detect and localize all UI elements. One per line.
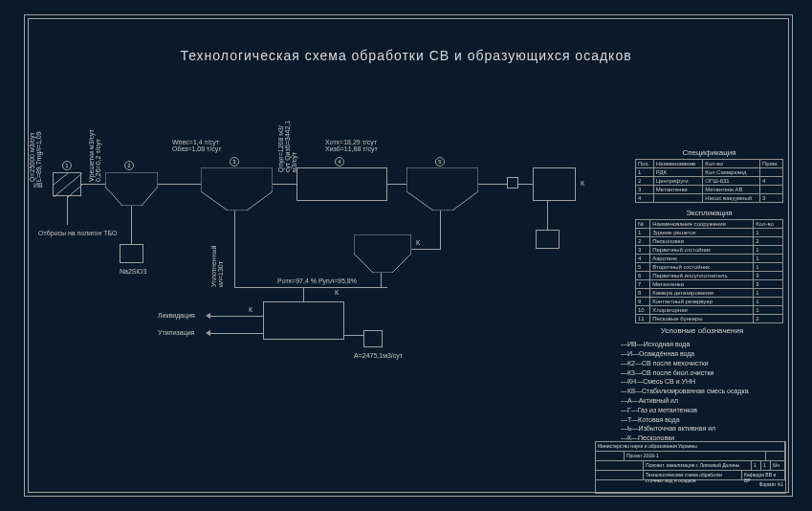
expl-table: № Наименование сооружения Кол-во 1Здание… xyxy=(635,219,783,323)
legend-item: —К3—СВ после биол.очистки xyxy=(621,368,783,378)
flow-q3: Wпес=1,4 т/сут Обез=1,08 т/сут xyxy=(172,139,239,152)
block-4-aerotank xyxy=(296,167,387,201)
svg-marker-4 xyxy=(201,167,273,211)
table-row: 4Насос вакуумный3 xyxy=(636,194,783,203)
table-row: Поз. Наименование Кол-во Прим. xyxy=(636,160,783,168)
flow-arrow xyxy=(440,249,441,250)
flow-q1: Q=25000 м3/сут L=89,7mg/l=1,09 xyxy=(29,124,42,182)
node-num-3: 3 xyxy=(230,157,239,167)
tb-proj: Проект 2016-1 xyxy=(625,452,766,460)
block-5-secondary-settler xyxy=(406,167,478,211)
tb-dept: Кафедра ВВ и ВР xyxy=(742,471,785,479)
legend-block: Условные обозначения —ИВ—Исходная вода —… xyxy=(621,325,783,443)
expl-title: Экспликация xyxy=(635,209,783,217)
tb-name1: Пояснит. канализация г. Липковой Долины xyxy=(644,461,752,470)
outlet-label: К xyxy=(581,180,584,187)
table-row: 4Аэротенк1 xyxy=(636,255,783,263)
legend-title: Условные обозначения xyxy=(621,325,783,336)
svg-line-2 xyxy=(68,185,82,197)
block-degas xyxy=(363,330,383,347)
legend-item: —И—Осаждённая вода xyxy=(621,349,783,359)
flow-q4: Qпул=1208 м3/сут Qизб=3442,1 м3/сут xyxy=(277,120,297,172)
flow-arrow xyxy=(344,335,363,336)
k-label: К xyxy=(335,289,339,296)
svg-marker-3 xyxy=(105,172,158,206)
legend-item: —Ь—Избыточная активная ил xyxy=(621,424,783,433)
block-final xyxy=(533,167,576,201)
table-row: 9Контактный резервуар1 xyxy=(636,298,783,306)
arrowhead-icon xyxy=(206,313,210,319)
flow-arrow xyxy=(67,196,68,225)
table-row: 7Метантенки3 xyxy=(636,280,783,289)
block-contact xyxy=(507,177,518,189)
flow-arrow xyxy=(387,184,406,185)
block-chlorinator xyxy=(536,230,560,249)
flow-arrow xyxy=(381,273,382,287)
flow-arrow xyxy=(411,249,440,250)
tb-org: Министерство науки и образования Украины xyxy=(596,442,785,451)
flow-arrow xyxy=(81,184,105,185)
svg-line-0 xyxy=(54,173,82,197)
table-row: 2ЦентрифугиОГШ-6314 xyxy=(636,177,783,186)
table-row: 8Камера дегазирования1 xyxy=(636,289,783,298)
table-row: 1РДККол.Самарканд xyxy=(636,168,783,177)
node-num-2: 2 xyxy=(124,161,134,170)
flow-arrow xyxy=(234,211,235,287)
block-sand-bunker xyxy=(120,244,143,263)
label-upl: Уплотненный ил=130т xyxy=(210,220,224,287)
table-row: 1Здание решеток1 xyxy=(636,229,783,237)
flow-q2: Vрешетки м3/сут 0,26=0,2 т/сут xyxy=(88,124,101,182)
table-row: 11Песковые бункеры2 xyxy=(636,315,783,323)
hatch-icon xyxy=(54,173,82,197)
label-waste: Отбросы на полигон ТБО xyxy=(38,230,124,236)
legend-item: —КН—Смесь СВ и УНН xyxy=(621,377,783,387)
table-row: 3Первичный отстойник1 xyxy=(636,246,783,255)
block-1-grating xyxy=(53,172,81,196)
flow-arrow xyxy=(234,287,387,288)
flow-arrow xyxy=(158,184,201,185)
node-num-5: 5 xyxy=(435,157,445,167)
svg-marker-6 xyxy=(354,234,411,273)
label-utilization: Утилизация xyxy=(158,329,194,336)
table-row: 2Песколовки2 xyxy=(636,237,783,246)
legend-item: —ИВ—Исходная вода xyxy=(621,340,783,349)
flow-arrow xyxy=(131,206,132,244)
flow-arrow xyxy=(210,333,263,334)
legend-item: —Т—Котовая вода xyxy=(621,415,783,425)
inlet-label: ИВ xyxy=(33,182,43,189)
arrowhead-icon xyxy=(206,330,210,336)
block-3-primary-settler xyxy=(201,167,273,211)
page-title: Технологическая схема обработки СВ и обр… xyxy=(0,48,812,63)
title-block: Министерство науки и образования Украины… xyxy=(595,441,786,494)
legend-item: —К8—Стабилизированная смесь осадка xyxy=(621,387,783,396)
label-nasio3: Na2SiO3 xyxy=(120,268,146,275)
flow-q7: A=2475,1м3/сут xyxy=(354,352,403,359)
flow-q5: Xотх=18,29 т/сут Xизб=11,88 т/сут xyxy=(325,139,402,152)
spec-table: Поз. Наименование Кол-во Прим. 1РДККол.С… xyxy=(635,159,783,203)
flow-arrow xyxy=(210,316,263,317)
block-2-sandtrap xyxy=(105,172,158,206)
node-num-4: 4 xyxy=(335,157,344,167)
table-row: 6Первичный илоуплотнитель3 xyxy=(636,272,783,280)
block-6-thickener xyxy=(354,234,411,273)
k-label: К xyxy=(416,239,420,246)
table-row: 3МетантенкиМетантенк АВ xyxy=(636,186,783,194)
flow-arrow xyxy=(478,184,507,185)
flow-arrow xyxy=(547,201,548,230)
label-liquidation: Ликвидация xyxy=(158,312,195,319)
legend-item: —А—Активный ил xyxy=(621,396,783,406)
process-diagram: ИВ 1 2 3 4 5 К Отбросы на полигон ТБО xyxy=(38,144,583,411)
block-7-metantank xyxy=(263,301,344,340)
table-row: 5Вторичный отстойник1 xyxy=(636,263,783,272)
legend-item: —Г—Газ из метантенков xyxy=(621,406,783,415)
table-row: 10Хлораторная1 xyxy=(636,306,783,315)
flow-arrow xyxy=(273,184,296,185)
tb-sheet: Формат А1 xyxy=(596,480,785,490)
tb-name2: Технологическая схема обработки сточных … xyxy=(644,471,742,479)
k-label: К xyxy=(249,306,252,313)
flow-arrow xyxy=(303,287,304,301)
flow-arrow xyxy=(440,211,441,249)
spec-title: Спецификация xyxy=(635,148,783,157)
node-num-1: 1 xyxy=(62,161,72,170)
flow-arrow xyxy=(518,184,533,185)
